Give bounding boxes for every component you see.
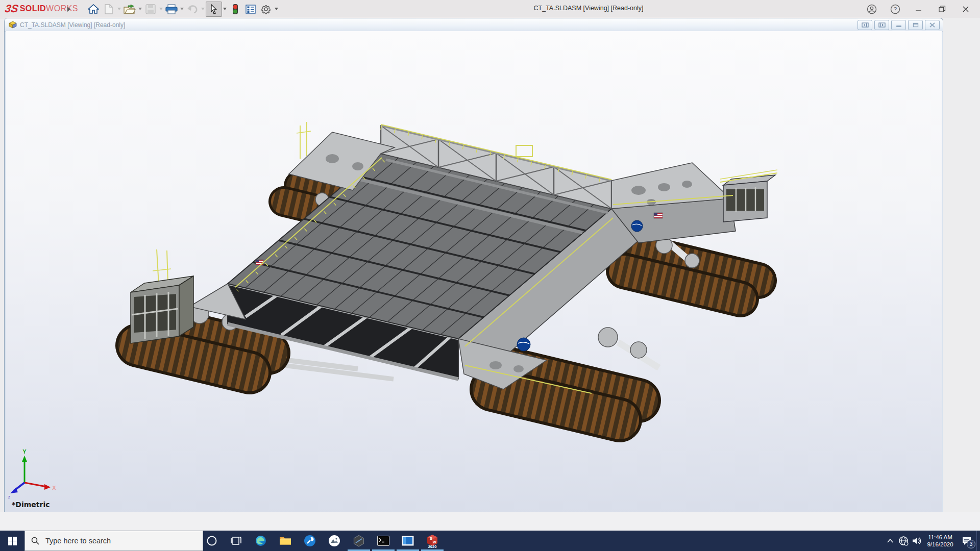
save-caret-icon[interactable]: [158, 2, 164, 16]
document-window: CT_TA.SLDASM [Viewing] [Read-only]: [4, 18, 943, 513]
search-input[interactable]: [44, 536, 179, 545]
svg-text:W: W: [433, 540, 436, 544]
menu-expand-icon[interactable]: [67, 5, 71, 14]
app-title: CT_TA.SLDASM [Viewing] [Read-only]: [512, 5, 665, 12]
hexagon-app-icon[interactable]: [347, 531, 371, 551]
volume-icon[interactable]: [910, 531, 923, 551]
options-gear-button[interactable]: [258, 2, 274, 16]
tray-chevron-icon[interactable]: [884, 531, 897, 551]
traffic-light-icon[interactable]: [228, 2, 243, 16]
status-strip: [0, 512, 980, 531]
document-titlebar[interactable]: CT_TA.SLDASM [Viewing] [Read-only]: [5, 18, 943, 32]
task-view-icon[interactable]: [224, 531, 249, 551]
system-tray: 11:46 AM 9/16/2020 3: [884, 531, 980, 551]
command-prompt-icon[interactable]: [371, 531, 396, 551]
home-button[interactable]: [86, 2, 101, 16]
select-tool-caret-icon[interactable]: [222, 2, 228, 16]
minimize-button[interactable]: [909, 2, 929, 17]
left-cab: [131, 249, 193, 343]
new-document-caret-icon[interactable]: [116, 2, 122, 16]
assembly-cube-icon: [9, 21, 17, 29]
axis-z-label: z: [8, 494, 11, 499]
support-tool-icon[interactable]: [298, 531, 322, 551]
reference-triad: Y X z: [8, 448, 57, 499]
photos-icon[interactable]: [322, 531, 347, 551]
main-toolbar: [86, 1, 279, 17]
undo-caret-icon[interactable]: [200, 2, 206, 16]
notification-badge: 3: [967, 540, 975, 548]
print-button[interactable]: [164, 2, 179, 16]
edge-icon[interactable]: [249, 531, 273, 551]
svg-text:?: ?: [894, 6, 897, 12]
task-pane-strip: [943, 18, 980, 512]
select-tool-button[interactable]: [206, 2, 222, 17]
search-icon: [31, 537, 39, 545]
sw-year-badge: 2020: [428, 544, 437, 548]
graphics-viewport[interactable]: Y X z *Dimetric: [6, 31, 942, 512]
doc-minimize-button[interactable]: [891, 20, 906, 30]
axis-y-label: Y: [22, 448, 27, 455]
windows-taskbar: S W 2020 11:46 AM 9/16/2020 3: [0, 531, 980, 551]
open-caret-icon[interactable]: [137, 2, 143, 16]
doc-restore-button[interactable]: [908, 20, 923, 30]
action-center-icon[interactable]: 3: [957, 531, 976, 551]
help-icon[interactable]: ?: [885, 2, 905, 17]
solidworks-mark-icon: 3S: [4, 3, 19, 15]
clock-date: 9/16/2020: [923, 541, 957, 548]
doc-close-button[interactable]: [925, 20, 940, 30]
remote-window-icon[interactable]: [396, 531, 420, 551]
account-icon[interactable]: [862, 2, 882, 17]
network-globe-icon[interactable]: [897, 531, 910, 551]
file-explorer-icon[interactable]: [273, 531, 298, 551]
options-caret-icon[interactable]: [274, 2, 279, 16]
save-button[interactable]: [143, 2, 158, 16]
open-button[interactable]: [122, 2, 137, 16]
print-caret-icon[interactable]: [179, 2, 185, 16]
undo-button[interactable]: [185, 2, 200, 16]
svg-text:S: S: [430, 537, 432, 540]
nasa-meatball: [631, 220, 643, 232]
pane-left-button[interactable]: [857, 20, 872, 30]
document-title: CT_TA.SLDASM [Viewing] [Read-only]: [20, 21, 125, 29]
show-desktop-button[interactable]: [976, 531, 980, 551]
new-document-button[interactable]: [101, 2, 116, 16]
close-button[interactable]: [955, 2, 976, 17]
document-window-controls: [857, 20, 940, 30]
evaluate-list-button[interactable]: [243, 2, 258, 16]
pane-right-button[interactable]: [874, 20, 889, 30]
app-titlebar: 3S SOLIDWORKS: [0, 0, 980, 18]
us-flag: [654, 213, 663, 218]
nasa-meatball: [517, 338, 530, 351]
cortana-icon[interactable]: [200, 531, 224, 551]
view-orientation-label: *Dimetric: [12, 500, 50, 509]
taskbar-search[interactable]: [24, 531, 203, 551]
crawler-transporter-model: Y X z: [6, 31, 942, 512]
solidworks-2020-icon[interactable]: S W 2020: [420, 531, 445, 551]
start-button[interactable]: [0, 531, 24, 551]
axis-x-label: X: [52, 485, 56, 491]
taskbar-clock[interactable]: 11:46 AM 9/16/2020: [923, 534, 957, 548]
clock-time: 11:46 AM: [923, 534, 957, 541]
titlebar-controls: ?: [862, 0, 976, 18]
restore-button[interactable]: [932, 2, 952, 17]
